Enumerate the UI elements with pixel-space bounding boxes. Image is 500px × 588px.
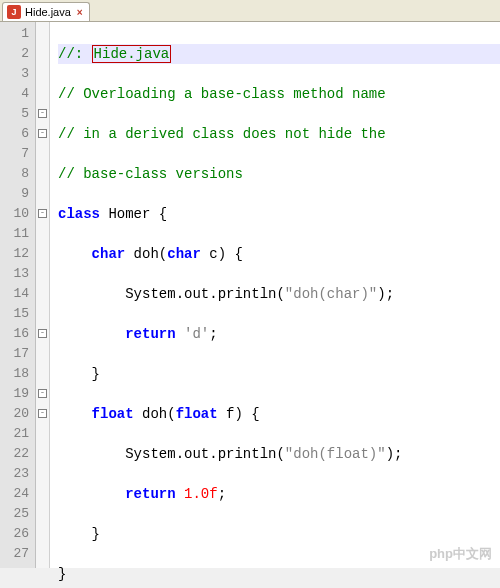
code-line: System.out.println("doh(float)"); bbox=[58, 444, 500, 464]
line-number: 11 bbox=[10, 224, 29, 244]
line-number: 8 bbox=[10, 164, 29, 184]
code-line: return 1.0f; bbox=[58, 484, 500, 504]
line-number: 23 bbox=[10, 464, 29, 484]
fold-minus-icon: - bbox=[38, 209, 47, 218]
fold-gutter: - - - - - - bbox=[36, 22, 50, 568]
code-line: float doh(float f) { bbox=[58, 404, 500, 424]
fold-mark bbox=[36, 64, 49, 84]
fold-mark bbox=[36, 484, 49, 504]
fold-minus-icon: - bbox=[38, 329, 47, 338]
line-number: 20 bbox=[10, 404, 29, 424]
code-area[interactable]: //: Hide.java // Overloading a base-clas… bbox=[50, 22, 500, 568]
line-number: 7 bbox=[10, 144, 29, 164]
fold-mark[interactable]: - bbox=[36, 124, 49, 144]
fold-mark bbox=[36, 524, 49, 544]
line-number: 16 bbox=[10, 324, 29, 344]
code-line: // base-class versions bbox=[58, 164, 500, 184]
close-icon[interactable]: × bbox=[77, 7, 83, 18]
highlight-box: Hide.java bbox=[92, 45, 172, 63]
tab-bar: J Hide.java × bbox=[0, 0, 500, 22]
tab-filename: Hide.java bbox=[25, 6, 71, 18]
file-tab[interactable]: J Hide.java × bbox=[2, 2, 90, 21]
code-line: } bbox=[58, 524, 500, 544]
fold-mark bbox=[36, 344, 49, 364]
line-number: 25 bbox=[10, 504, 29, 524]
fold-mark bbox=[36, 504, 49, 524]
line-number: 9 bbox=[10, 184, 29, 204]
line-number: 24 bbox=[10, 484, 29, 504]
fold-mark bbox=[36, 184, 49, 204]
code-line: } bbox=[58, 564, 500, 584]
code-line: // in a derived class does not hide the bbox=[58, 124, 500, 144]
line-number: 15 bbox=[10, 304, 29, 324]
fold-mark bbox=[36, 24, 49, 44]
line-number: 4 bbox=[10, 84, 29, 104]
fold-minus-icon: - bbox=[38, 109, 47, 118]
fold-mark bbox=[36, 44, 49, 64]
line-number-gutter: 1 2 3 4 5 6 7 8 9 10 11 12 13 14 15 16 1… bbox=[0, 22, 36, 568]
code-line: class Homer { bbox=[58, 204, 500, 224]
line-number: 1 bbox=[10, 24, 29, 44]
fold-mark bbox=[36, 264, 49, 284]
fold-mark bbox=[36, 284, 49, 304]
code-line: return 'd'; bbox=[58, 324, 500, 344]
fold-mark[interactable]: - bbox=[36, 204, 49, 224]
code-line: char doh(char c) { bbox=[58, 244, 500, 264]
fold-mark bbox=[36, 164, 49, 184]
watermark: php中文网 bbox=[429, 544, 492, 564]
fold-mark[interactable]: - bbox=[36, 324, 49, 344]
line-number: 10 bbox=[10, 204, 29, 224]
fold-mark bbox=[36, 144, 49, 164]
line-number: 14 bbox=[10, 284, 29, 304]
line-number: 19 bbox=[10, 384, 29, 404]
fold-mark bbox=[36, 84, 49, 104]
line-number: 2 bbox=[10, 44, 29, 64]
fold-mark bbox=[36, 224, 49, 244]
fold-mark bbox=[36, 244, 49, 264]
fold-mark[interactable]: - bbox=[36, 384, 49, 404]
code-line: } bbox=[58, 364, 500, 384]
fold-mark bbox=[36, 304, 49, 324]
line-number: 21 bbox=[10, 424, 29, 444]
line-number: 3 bbox=[10, 64, 29, 84]
line-number: 18 bbox=[10, 364, 29, 384]
code-line: // Overloading a base-class method name bbox=[58, 84, 500, 104]
line-number: 6 bbox=[10, 124, 29, 144]
line-number: 27 bbox=[10, 544, 29, 564]
line-number: 17 bbox=[10, 344, 29, 364]
line-number: 22 bbox=[10, 444, 29, 464]
line-number: 12 bbox=[10, 244, 29, 264]
fold-minus-icon: - bbox=[38, 389, 47, 398]
fold-mark bbox=[36, 544, 49, 564]
line-number: 13 bbox=[10, 264, 29, 284]
line-number: 5 bbox=[10, 104, 29, 124]
fold-mark bbox=[36, 364, 49, 384]
fold-mark bbox=[36, 464, 49, 484]
line-number: 26 bbox=[10, 524, 29, 544]
fold-mark bbox=[36, 444, 49, 464]
code-line: //: Hide.java bbox=[58, 44, 500, 64]
fold-minus-icon: - bbox=[38, 409, 47, 418]
fold-mark[interactable]: - bbox=[36, 104, 49, 124]
code-line: System.out.println("doh(char)"); bbox=[58, 284, 500, 304]
fold-mark[interactable]: - bbox=[36, 404, 49, 424]
fold-mark bbox=[36, 424, 49, 444]
code-editor[interactable]: 1 2 3 4 5 6 7 8 9 10 11 12 13 14 15 16 1… bbox=[0, 22, 500, 568]
java-file-icon: J bbox=[7, 5, 21, 19]
fold-minus-icon: - bbox=[38, 129, 47, 138]
